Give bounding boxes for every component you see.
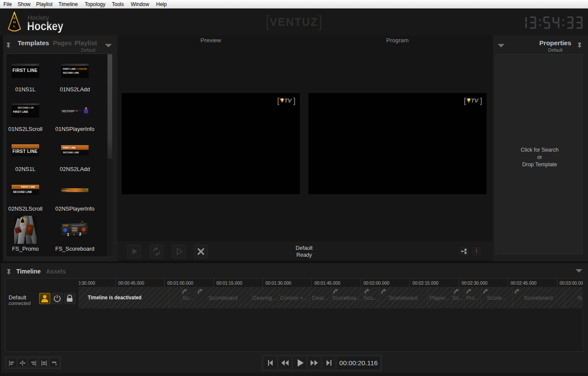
svg-text:V: V	[13, 16, 16, 20]
svg-text:L: L	[13, 24, 15, 28]
svg-text:H: H	[13, 20, 16, 24]
